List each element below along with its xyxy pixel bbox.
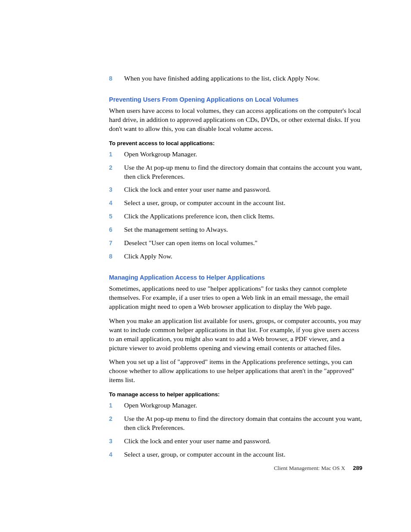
footer-label: Client Management: Mac OS X <box>274 465 345 471</box>
step-text: Deselect "User can open items on local v… <box>124 239 363 248</box>
step-text: When you have finished adding applicatio… <box>124 74 363 83</box>
step-number: 2 <box>109 414 124 432</box>
list-item: 3 Click the lock and enter your user nam… <box>124 185 363 194</box>
section-heading: Managing Application Access to Helper Ap… <box>109 274 363 281</box>
step-number: 2 <box>109 163 124 181</box>
step-number: 4 <box>109 199 124 208</box>
list-item: 2 Use the At pop-up menu to find the dir… <box>124 163 363 181</box>
step-number: 8 <box>109 252 124 261</box>
page-number: 289 <box>353 465 362 471</box>
step-text: Set the management setting to Always. <box>124 225 363 234</box>
step-text: Click Apply Now. <box>124 252 363 261</box>
step-number: 1 <box>109 401 124 410</box>
step-number: 7 <box>109 239 124 248</box>
step-text: Open Workgroup Manager. <box>124 401 363 410</box>
list-item: 4 Select a user, group, or computer acco… <box>124 450 363 459</box>
body-paragraph: When you make an application list availa… <box>109 317 363 353</box>
step-number: 1 <box>109 150 124 159</box>
list-item: 7 Deselect "User can open items on local… <box>124 239 363 248</box>
body-paragraph: Sometimes, applications need to use "hel… <box>109 284 363 311</box>
step-text: Select a user, group, or computer accoun… <box>124 450 363 459</box>
list-item: 3 Click the lock and enter your user nam… <box>124 437 363 446</box>
body-paragraph: When you set up a list of "approved" ite… <box>109 358 363 385</box>
step-text: Open Workgroup Manager. <box>124 150 363 159</box>
step-text: Use the At pop-up menu to find the direc… <box>124 163 363 181</box>
step-text: Select a user, group, or computer accoun… <box>124 199 363 208</box>
step-number: 8 <box>109 74 124 83</box>
list-item: 2 Use the At pop-up menu to find the dir… <box>124 414 363 432</box>
subheading: To prevent access to local applications: <box>109 140 363 146</box>
list-item: 4 Select a user, group, or computer acco… <box>124 199 363 208</box>
step-number: 6 <box>109 225 124 234</box>
page-footer: Client Management: Mac OS X 289 <box>274 465 362 472</box>
page-content: 8 When you have finished adding applicat… <box>109 74 363 464</box>
intro-step-list: 8 When you have finished adding applicat… <box>124 74 363 83</box>
step-text: Click the Applications preference icon, … <box>124 212 363 221</box>
step-number: 5 <box>109 212 124 221</box>
step-text: Click the lock and enter your user name … <box>124 437 363 446</box>
steps-list-2: 1 Open Workgroup Manager. 2 Use the At p… <box>124 401 363 459</box>
step-number: 3 <box>109 185 124 194</box>
list-item: 8 Click Apply Now. <box>124 252 363 261</box>
list-item: 1 Open Workgroup Manager. <box>124 150 363 159</box>
subheading: To manage access to helper applications: <box>109 391 363 398</box>
step-text: Click the lock and enter your user name … <box>124 185 363 194</box>
list-item: 6 Set the management setting to Always. <box>124 225 363 234</box>
list-item: 1 Open Workgroup Manager. <box>124 401 363 410</box>
step-number: 3 <box>109 437 124 446</box>
step-number: 4 <box>109 450 124 459</box>
step-text: Use the At pop-up menu to find the direc… <box>124 414 363 432</box>
list-item: 8 When you have finished adding applicat… <box>124 74 363 83</box>
steps-list-1: 1 Open Workgroup Manager. 2 Use the At p… <box>124 150 363 261</box>
section-heading: Preventing Users From Opening Applicatio… <box>109 96 363 103</box>
list-item: 5 Click the Applications preference icon… <box>124 212 363 221</box>
body-paragraph: When users have access to local volumes,… <box>109 106 363 134</box>
